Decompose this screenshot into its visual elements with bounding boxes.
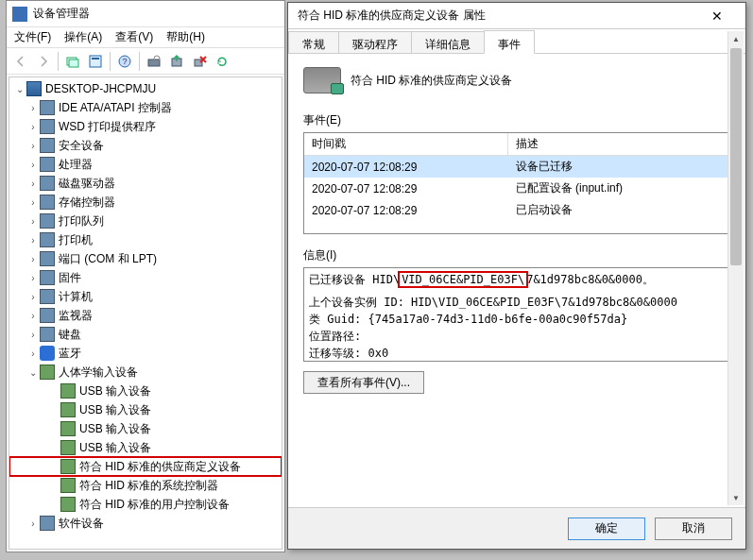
tree-category[interactable]: ›键盘 <box>9 325 282 344</box>
expand-icon[interactable]: › <box>26 158 40 171</box>
tab-general[interactable]: 常规 <box>288 31 339 53</box>
tree-category[interactable]: ›打印机 <box>9 230 282 249</box>
category-icon <box>40 232 55 247</box>
device-header: 符合 HID 标准的供应商定义设备 <box>303 67 730 93</box>
toolbar-scan-hardware-icon[interactable] <box>144 51 164 72</box>
dm-title: 设备管理器 <box>33 6 90 22</box>
device-tree[interactable]: ⌄ DESKTOP-JHCPMJU ›IDE ATA/ATAPI 控制器›WSD… <box>9 76 282 550</box>
events-list[interactable]: 时间戳 描述 2020-07-07 12:08:29设备已迁移2020-07-0… <box>303 132 730 234</box>
tree-category[interactable]: ›软件设备 <box>9 514 282 533</box>
tree-category[interactable]: ›打印队列 <box>9 212 282 230</box>
device-label: 符合 HID 标准的系统控制器 <box>79 478 218 494</box>
tree-category[interactable]: ›蓝牙 <box>9 344 282 363</box>
expand-icon[interactable]: › <box>26 271 40 284</box>
tree-category[interactable]: ›固件 <box>9 268 282 287</box>
device-icon <box>303 67 341 93</box>
scroll-thumb[interactable] <box>730 48 742 265</box>
expand-icon[interactable]: › <box>26 101 40 114</box>
hid-device-icon <box>60 497 76 512</box>
expand-icon[interactable]: › <box>26 195 40 209</box>
menu-action[interactable]: 操作(A) <box>64 29 102 45</box>
category-label: 存储控制器 <box>59 195 115 211</box>
scroll-up-icon[interactable]: ▲ <box>728 31 744 46</box>
tree-device[interactable]: USB 输入设备 <box>9 438 282 457</box>
close-button[interactable]: ✕ <box>698 4 736 28</box>
tab-details[interactable]: 详细信息 <box>411 31 485 53</box>
expand-icon[interactable]: › <box>26 347 40 360</box>
expand-icon[interactable]: › <box>26 309 40 322</box>
view-all-events-button[interactable]: 查看所有事件(V)... <box>303 371 424 394</box>
menu-view[interactable]: 查看(V) <box>115 29 153 45</box>
tab-driver[interactable]: 驱动程序 <box>338 31 412 53</box>
expand-icon[interactable]: › <box>26 214 40 228</box>
toolbar-forward-icon[interactable] <box>33 51 54 72</box>
expand-icon[interactable]: › <box>26 252 40 265</box>
category-label: 端口 (COM 和 LPT) <box>59 251 157 267</box>
tree-category[interactable]: ›端口 (COM 和 LPT) <box>9 249 282 268</box>
scroll-down-icon[interactable]: ▼ <box>728 490 744 505</box>
event-row[interactable]: 2020-07-07 12:08:29已配置设备 (input.inf) <box>304 178 729 199</box>
tree-category[interactable]: ›处理器 <box>9 155 282 174</box>
expand-placeholder <box>47 441 60 454</box>
menu-help[interactable]: 帮助(H) <box>166 29 205 45</box>
ok-button[interactable]: 确定 <box>568 518 645 540</box>
toolbar-uninstall-icon[interactable] <box>189 51 210 72</box>
tree-category[interactable]: ›磁盘驱动器 <box>9 174 282 193</box>
tree-category[interactable]: ⌄人体学输入设备 <box>9 363 282 382</box>
expand-icon[interactable]: › <box>26 517 40 530</box>
expand-icon[interactable]: › <box>26 290 40 303</box>
device-name: 符合 HID 标准的供应商定义设备 <box>351 73 512 89</box>
tree-category[interactable]: ›安全设备 <box>9 136 282 155</box>
svg-rect-3 <box>92 58 99 59</box>
tree-category[interactable]: ›存储控制器 <box>9 193 282 212</box>
menu-file[interactable]: 文件(F) <box>14 29 51 45</box>
toolbar-separator <box>139 52 140 71</box>
tree-root[interactable]: ⌄ DESKTOP-JHCPMJU <box>9 79 282 98</box>
toolbar-properties-icon[interactable] <box>85 51 106 72</box>
dm-toolbar: ? <box>7 48 284 75</box>
tree-category[interactable]: ›WSD 打印提供程序 <box>9 117 282 136</box>
info-textbox[interactable]: 已迁移设备 HID\VID_06CE&PID_E03F\7&1d978bc8&0… <box>303 267 730 362</box>
expand-icon[interactable]: › <box>26 328 40 341</box>
info-line4: 位置路径: <box>309 328 725 345</box>
category-icon <box>40 251 55 266</box>
toolbar-refresh-icon[interactable] <box>212 51 232 72</box>
expand-icon[interactable]: ⌄ <box>13 82 26 95</box>
event-time: 2020-07-07 12:08:29 <box>304 199 508 221</box>
cancel-button[interactable]: 取消 <box>655 518 732 540</box>
tree-device[interactable]: USB 输入设备 <box>9 382 282 400</box>
tree-device[interactable]: USB 输入设备 <box>9 400 282 419</box>
expand-placeholder <box>47 403 60 416</box>
expand-placeholder <box>47 460 60 473</box>
category-icon <box>40 138 55 153</box>
info-label: 信息(I) <box>303 247 730 263</box>
expand-icon[interactable]: › <box>26 120 40 133</box>
tree-device[interactable]: 符合 HID 标准的系统控制器 <box>9 476 282 495</box>
info-line3: 类 Guid: {745a17a0-74d3-11d0-b6fe-00a0c90… <box>309 311 725 328</box>
category-icon <box>40 516 55 531</box>
tree-device[interactable]: 符合 HID 标准的用户控制设备 <box>9 495 282 514</box>
toolbar-back-icon[interactable] <box>10 51 31 72</box>
event-row[interactable]: 2020-07-07 12:08:29已启动设备 <box>304 199 729 221</box>
col-desc[interactable]: 描述 <box>508 133 729 156</box>
tree-category[interactable]: ›计算机 <box>9 287 282 306</box>
hid-device-icon <box>60 402 76 417</box>
tree-category[interactable]: ›IDE ATA/ATAPI 控制器 <box>9 98 282 117</box>
tree-device[interactable]: 符合 HID 标准的供应商定义设备 <box>9 457 282 476</box>
expand-icon[interactable]: › <box>26 139 40 152</box>
category-label: 磁盘驱动器 <box>59 176 115 192</box>
tree-category[interactable]: ›监视器 <box>9 306 282 325</box>
expand-icon[interactable]: › <box>26 177 40 190</box>
toolbar-help-icon[interactable]: ? <box>114 51 135 72</box>
tree-device[interactable]: USB 输入设备 <box>9 419 282 438</box>
expand-icon[interactable]: ⌄ <box>26 365 40 379</box>
prop-scrollbar[interactable]: ▲ ▼ <box>727 31 744 505</box>
category-icon <box>40 327 55 342</box>
toolbar-update-driver-icon[interactable] <box>166 51 187 72</box>
expand-icon[interactable]: › <box>26 233 40 246</box>
toolbar-scan-icon[interactable] <box>62 51 83 72</box>
col-time[interactable]: 时间戳 <box>304 133 508 156</box>
category-label: 固件 <box>59 270 81 286</box>
event-row[interactable]: 2020-07-07 12:08:29设备已迁移 <box>304 156 729 178</box>
tab-events[interactable]: 事件 <box>484 30 535 54</box>
